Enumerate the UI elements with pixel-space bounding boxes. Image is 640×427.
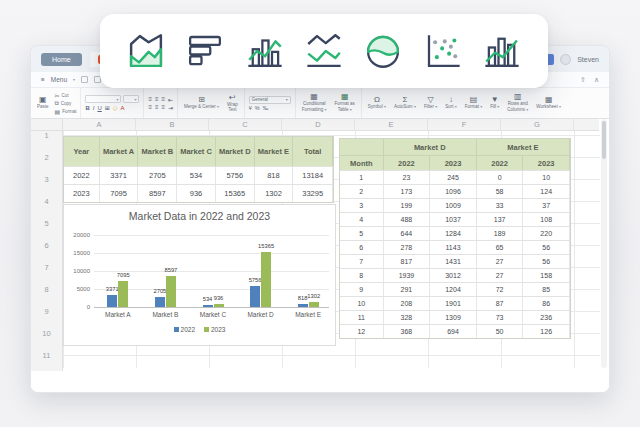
cell[interactable]: 86: [523, 297, 570, 310]
embedded-chart[interactable]: Market Data in 2022 and 2023 20000150001…: [63, 204, 336, 346]
cell[interactable]: 0: [477, 171, 524, 184]
scrollbar-thumb[interactable]: [602, 121, 606, 159]
paste-button[interactable]: ▣ Paste: [35, 96, 51, 109]
row-header[interactable]: 11: [31, 351, 62, 361]
symbol-button[interactable]: Ω Symbol ▾: [366, 96, 388, 110]
left-table-header-cell[interactable]: Market B: [138, 137, 177, 166]
percent-format-button[interactable]: %: [255, 105, 260, 111]
cell[interactable]: 11: [340, 311, 384, 324]
cell[interactable]: 56: [523, 241, 570, 254]
cell[interactable]: 817: [384, 255, 431, 268]
column-line-combo-chart-2-icon[interactable]: [481, 30, 523, 72]
right-table-subheader-cell[interactable]: 2022: [477, 156, 524, 170]
vertical-scrollbar[interactable]: [601, 119, 607, 368]
increase-indent-button[interactable]: ⇥: [168, 104, 173, 111]
cell[interactable]: 72: [477, 283, 524, 296]
left-table-header-cell[interactable]: Market C: [177, 137, 216, 166]
right-table-subheader-cell[interactable]: 2023: [430, 156, 477, 170]
right-table-subheader-cell[interactable]: 2023: [523, 156, 570, 170]
cell[interactable]: 2705: [138, 167, 177, 184]
decrease-indent-button[interactable]: ⇤: [168, 96, 173, 103]
horizontal-bar-chart-icon[interactable]: [184, 30, 226, 72]
line-chart-icon[interactable]: [303, 30, 345, 72]
merge-center-button[interactable]: ⊞ Merge & Center ▾: [182, 96, 221, 110]
cell[interactable]: 4: [340, 213, 384, 226]
cell[interactable]: 37: [523, 199, 570, 212]
format-painter-button[interactable]: ▤ Format: [55, 108, 77, 115]
scatter-chart-icon[interactable]: [422, 30, 464, 72]
cell[interactable]: 291: [384, 283, 431, 296]
cell[interactable]: 7095: [100, 185, 139, 202]
cell[interactable]: 368: [384, 325, 431, 338]
cell[interactable]: 65: [477, 241, 524, 254]
row-header[interactable]: 8: [31, 285, 62, 295]
cell[interactable]: 108: [523, 213, 570, 226]
autosum-button[interactable]: Σ AutoSum ▾: [392, 96, 418, 110]
left-table-header-cell[interactable]: Market A: [100, 137, 139, 166]
cell[interactable]: 10: [340, 297, 384, 310]
align-bottom-button[interactable]: ≡: [161, 96, 165, 102]
left-table-header-cell[interactable]: Market E: [255, 137, 294, 166]
right-table-group-header-cell[interactable]: Market E: [477, 139, 570, 155]
column-header[interactable]: E: [355, 119, 428, 130]
right-table-group-header-cell[interactable]: Market D: [384, 139, 477, 155]
align-right-button[interactable]: ≡: [161, 104, 165, 110]
cell[interactable]: 1037: [430, 213, 477, 226]
row-header[interactable]: 4: [31, 197, 62, 207]
fill-button[interactable]: ▼ Fill ▾: [488, 96, 501, 110]
currency-format-button[interactable]: ¥: [249, 105, 252, 111]
align-middle-button[interactable]: ≡: [155, 96, 159, 102]
number-format-select[interactable]: General▾: [249, 96, 291, 104]
cell[interactable]: 694: [430, 325, 477, 338]
cell[interactable]: 1431: [430, 255, 477, 268]
cell[interactable]: 1096: [430, 185, 477, 198]
cell[interactable]: 936: [177, 185, 216, 202]
cell[interactable]: 236: [523, 311, 570, 324]
format-as-table-button[interactable]: ▦ Format as Table ▾: [333, 93, 357, 112]
row-header[interactable]: 6: [31, 241, 62, 251]
tab-home[interactable]: Home: [41, 53, 82, 66]
cut-button[interactable]: ✂ Cut: [55, 92, 77, 99]
cell[interactable]: 1309: [430, 311, 477, 324]
cell[interactable]: 9: [340, 283, 384, 296]
cell[interactable]: 5756: [216, 167, 255, 184]
cell[interactable]: 1143: [430, 241, 477, 254]
fill-color-button[interactable]: ◇: [113, 104, 118, 111]
cell[interactable]: 245: [430, 171, 477, 184]
row-header[interactable]: 7: [31, 263, 62, 273]
align-center-button[interactable]: ≡: [155, 104, 159, 110]
cell[interactable]: 1302: [255, 185, 294, 202]
worksheet-button[interactable]: ▦ Worksheet ▾: [534, 96, 563, 110]
left-table-header-cell[interactable]: Year: [64, 137, 100, 166]
filter-button[interactable]: ▽ Filter ▾: [422, 96, 439, 110]
font-size-select[interactable]: ▾: [123, 95, 139, 103]
cell[interactable]: 50: [477, 325, 524, 338]
cell[interactable]: 2: [340, 185, 384, 198]
cell[interactable]: 2022: [64, 167, 100, 184]
cell[interactable]: 278: [384, 241, 431, 254]
cell[interactable]: 208: [384, 297, 431, 310]
cell[interactable]: 73: [477, 311, 524, 324]
font-name-select[interactable]: ▾: [85, 95, 121, 103]
italic-button[interactable]: I: [93, 105, 95, 111]
user-avatar[interactable]: [560, 54, 571, 65]
cell[interactable]: 1939: [384, 269, 431, 282]
cell[interactable]: 220: [523, 227, 570, 240]
cell[interactable]: 1009: [430, 199, 477, 212]
cell[interactable]: 10: [523, 171, 570, 184]
cell[interactable]: 2023: [64, 185, 100, 202]
column-header[interactable]: G: [501, 119, 574, 130]
cell[interactable]: 488: [384, 213, 431, 226]
cell[interactable]: 23: [384, 171, 431, 184]
cell[interactable]: 56: [523, 255, 570, 268]
align-left-button[interactable]: ≡: [148, 104, 152, 110]
cell[interactable]: 33: [477, 199, 524, 212]
bold-button[interactable]: B: [85, 105, 89, 111]
row-header[interactable]: 5: [31, 219, 62, 229]
cell[interactable]: 3012: [430, 269, 477, 282]
cell[interactable]: 534: [177, 167, 216, 184]
row-header[interactable]: 2: [31, 153, 62, 163]
format-cells-button[interactable]: ▤ Format ▾: [463, 96, 485, 110]
cell[interactable]: 1: [340, 171, 384, 184]
left-table-header-cell[interactable]: Total: [293, 137, 333, 166]
